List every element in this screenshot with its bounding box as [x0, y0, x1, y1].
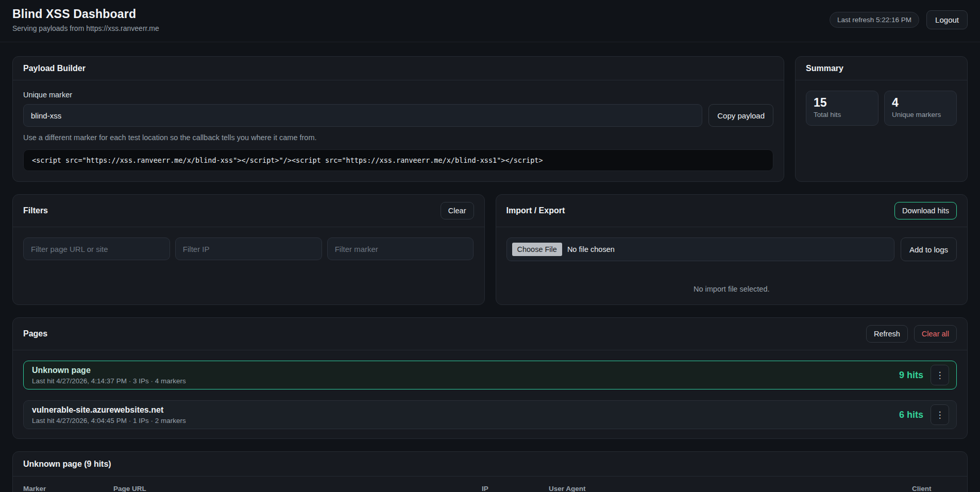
page-row-text: vulnerable-site.azurewebsites.net Last h…	[32, 405, 186, 425]
page-row-menu-button[interactable]: ⋮	[931, 404, 949, 425]
filters-title: Filters	[23, 206, 48, 215]
filter-marker-input[interactable]	[327, 237, 474, 260]
hits-badge: 6 hits	[899, 410, 923, 420]
hits-badge: 9 hits	[899, 370, 923, 381]
marker-input[interactable]	[23, 104, 702, 127]
row-top: Payload Builder Unique marker Copy paylo…	[12, 56, 968, 182]
pages-title: Pages	[23, 329, 47, 338]
import-export-card: Import / Export Download hits Choose Fil…	[496, 194, 968, 305]
file-chosen-status: No file chosen	[567, 245, 615, 253]
total-hits-value: 15	[814, 96, 871, 109]
pages-actions: Refresh Clear all	[866, 325, 957, 343]
payload-builder-title: Payload Builder	[23, 64, 86, 73]
payload-code-block[interactable]: <script src="https://xss.ranveerr.me/x/b…	[23, 149, 773, 171]
pages-card: Pages Refresh Clear all Unknown page Las…	[12, 317, 968, 439]
total-hits-label: Total hits	[814, 111, 871, 118]
page-row-vulnerable-site[interactable]: vulnerable-site.azurewebsites.net Last h…	[23, 400, 957, 429]
page-row-title: vulnerable-site.azurewebsites.net	[32, 405, 186, 415]
page-row-meta: Last hit 4/27/2026, 4:14:37 PM · 3 IPs ·…	[32, 377, 186, 385]
pages-header: Pages Refresh Clear all	[13, 318, 967, 350]
download-hits-button[interactable]: Download hits	[894, 202, 957, 219]
summary-header: Summary	[796, 57, 967, 80]
page-row-text: Unknown page Last hit 4/27/2026, 4:14:37…	[32, 366, 186, 385]
summary-stats: 15 Total hits 4 Unique markers	[806, 91, 957, 126]
column-ip: IP	[482, 485, 549, 492]
hits-table-header: Unknown page (9 hits)	[13, 452, 967, 477]
choose-file-button[interactable]: Choose File	[512, 243, 562, 256]
top-bar-actions: Last refresh 5:22:16 PM Logout	[830, 10, 968, 29]
payload-builder-header: Payload Builder	[13, 57, 784, 80]
kebab-icon: ⋮	[936, 410, 944, 420]
total-hits-stat: 15 Total hits	[806, 91, 878, 126]
clear-filters-button[interactable]: Clear	[441, 202, 474, 219]
filters-body	[13, 227, 484, 270]
payload-builder-body: Unique marker Copy payload Use a differe…	[13, 80, 784, 181]
import-export-header: Import / Export Download hits	[496, 195, 968, 227]
marker-help-text: Use a different marker for each test loc…	[23, 133, 773, 142]
filters-inputs-row	[23, 237, 474, 260]
payload-builder-card: Payload Builder Unique marker Copy paylo…	[12, 56, 784, 182]
row-middle: Filters Clear Import / Export Download h…	[12, 194, 968, 305]
page-title: Blind XSS Dashboard	[12, 7, 159, 21]
unique-markers-label: Unique markers	[892, 111, 949, 118]
page-row-title: Unknown page	[32, 366, 186, 375]
filters-header: Filters Clear	[13, 195, 484, 227]
logout-button[interactable]: Logout	[926, 10, 968, 29]
filter-ip-input[interactable]	[175, 237, 322, 260]
file-import-row: Choose File No file chosen Add to logs	[506, 237, 957, 261]
kebab-icon: ⋮	[936, 370, 944, 381]
import-export-body: Choose File No file chosen Add to logs N…	[496, 227, 968, 303]
summary-title: Summary	[806, 64, 843, 73]
hits-table-title: Unknown page (9 hits)	[23, 460, 111, 469]
pages-body: Unknown page Last hit 4/27/2026, 4:14:37…	[13, 350, 967, 439]
page-row-menu-button[interactable]: ⋮	[931, 365, 949, 385]
marker-input-row: Copy payload	[23, 104, 773, 127]
column-user-agent: User Agent	[549, 485, 912, 492]
page-row-right: 9 hits ⋮	[899, 365, 949, 385]
hits-table-column-headers: Marker Page URL IP User Agent Client	[13, 477, 967, 492]
filters-card: Filters Clear	[12, 194, 485, 305]
page-subtitle: Serving payloads from https://xss.ranvee…	[12, 24, 159, 32]
column-marker: Marker	[23, 485, 113, 492]
unique-markers-value: 4	[892, 96, 949, 109]
top-bar: Blind XSS Dashboard Serving payloads fro…	[0, 0, 980, 42]
unique-markers-stat: 4 Unique markers	[884, 91, 957, 126]
clear-all-button[interactable]: Clear all	[914, 325, 957, 343]
hits-table-card: Unknown page (9 hits) Marker Page URL IP…	[12, 451, 968, 492]
column-client: Client	[912, 485, 957, 492]
page-row-meta: Last hit 4/27/2026, 4:04:45 PM · 1 IPs ·…	[32, 417, 186, 425]
column-page-url: Page URL	[113, 485, 482, 492]
summary-card: Summary 15 Total hits 4 Unique markers	[795, 56, 968, 182]
last-refresh-badge: Last refresh 5:22:16 PM	[830, 12, 919, 28]
import-export-title: Import / Export	[506, 206, 565, 215]
main-content: Payload Builder Unique marker Copy paylo…	[0, 42, 980, 492]
refresh-button[interactable]: Refresh	[866, 325, 908, 343]
page-row-right: 6 hits ⋮	[899, 404, 949, 425]
copy-payload-button[interactable]: Copy payload	[708, 104, 773, 127]
app-header-text: Blind XSS Dashboard Serving payloads fro…	[12, 7, 159, 32]
add-to-logs-button[interactable]: Add to logs	[901, 237, 957, 261]
file-input[interactable]: Choose File No file chosen	[506, 237, 894, 261]
import-empty-text: No import file selected.	[506, 285, 957, 293]
page-row-unknown-page[interactable]: Unknown page Last hit 4/27/2026, 4:14:37…	[23, 361, 957, 389]
unique-marker-label: Unique marker	[23, 91, 773, 99]
summary-body: 15 Total hits 4 Unique markers	[796, 80, 967, 136]
filter-url-input[interactable]	[23, 237, 170, 260]
